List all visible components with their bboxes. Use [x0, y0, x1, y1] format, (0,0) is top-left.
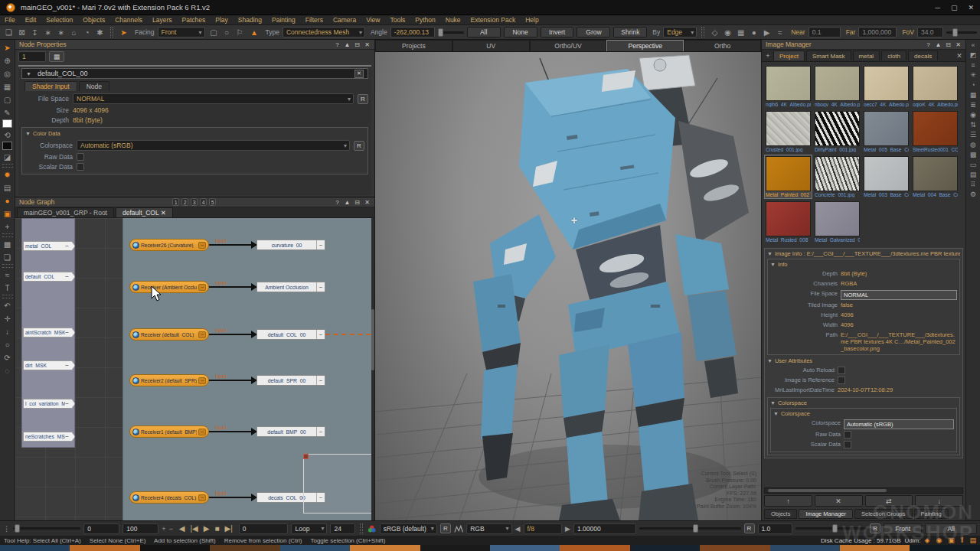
receiver-node[interactable]: Receiver (default_COL) −	[129, 328, 209, 341]
file-space-dropdown[interactable]: NORMAL	[73, 93, 354, 104]
image-thumbnail[interactable]: oecc7_4K_Albedo.png	[863, 65, 910, 108]
sync-status-icon[interactable]: ◉	[936, 536, 942, 544]
by-dropdown[interactable]: Edge	[663, 27, 697, 37]
close-button[interactable]: ✕	[968, 4, 974, 11]
graph-view-button[interactable]: 1	[172, 198, 179, 206]
port-collapse-chip[interactable]: −	[65, 433, 69, 440]
wireframe-cube-icon[interactable]: ◇	[709, 27, 720, 37]
mesh-select-icon[interactable]: ▲	[249, 27, 260, 37]
colorspace-value[interactable]	[844, 431, 851, 439]
transfer-icon[interactable]: ⇅	[970, 121, 976, 129]
panel-header-icon[interactable]: ⊟	[354, 41, 361, 48]
output-node[interactable]: Ambient Occlusion −	[256, 282, 325, 292]
pull-tool-icon[interactable]: ↓	[2, 325, 14, 337]
group-port-node[interactable]: default_COL −	[23, 272, 75, 282]
step-forward-button[interactable]: ▶|	[225, 524, 233, 533]
shaded-mode-icon[interactable]: ●	[748, 27, 760, 37]
menu-item[interactable]: Nuke	[446, 16, 461, 24]
python-console-icon[interactable]: ⚙	[970, 191, 976, 198]
selection-groups-icon[interactable]: ⠿	[971, 181, 976, 188]
panel-header-icon[interactable]: ⊟	[354, 199, 361, 206]
receiver-node[interactable]: Receiver2 (default_SPR) −	[129, 374, 209, 386]
menu-item[interactable]: Filters	[305, 16, 323, 24]
image-thumbnail[interactable]: Metal_Galvanized_00	[814, 201, 861, 243]
image-manager-header[interactable]: Image Manager ?▲⊟✕	[762, 40, 965, 50]
dock-tab[interactable]: Objects	[764, 509, 797, 519]
group-port-node[interactable]: l_col_variation_MSK −	[23, 399, 75, 409]
node-close-button[interactable]: ✕	[354, 70, 364, 78]
image-thumbnail[interactable]: Metal_003_Base_Col	[863, 155, 910, 198]
rect-select-icon[interactable]: ▢	[208, 27, 220, 37]
channels-list-icon[interactable]: ≣	[970, 101, 976, 109]
fps-field[interactable]: 24	[330, 523, 355, 534]
menu-item[interactable]: Python	[415, 16, 435, 24]
viewport-tab[interactable]: Projects	[375, 40, 452, 51]
warp-grid-tool-icon[interactable]: ▦	[2, 80, 14, 93]
gain-reset-button[interactable]: R	[870, 523, 880, 533]
node-properties-header[interactable]: Node Properties ?▲⊟✕	[15, 40, 374, 50]
palette-icon[interactable]: ◍	[970, 141, 976, 148]
step-back-button[interactable]: ◀	[179, 524, 185, 533]
swap-colors-icon[interactable]: ⟲	[2, 129, 14, 141]
lasso-select-icon[interactable]: ○	[221, 27, 233, 37]
add-tab-button[interactable]: +	[764, 52, 772, 60]
menu-item[interactable]: View	[366, 16, 380, 24]
graph-view-button[interactable]: 3	[191, 198, 198, 206]
fstop-increase-button[interactable]: ▶	[565, 525, 570, 533]
grip-handle[interactable]: ⋮	[3, 525, 10, 533]
selection-button[interactable]: All	[467, 27, 501, 37]
image-thumbnail[interactable]: DirtyPaint_001.jpg	[814, 110, 861, 153]
panel-header-icon[interactable]: ?	[925, 41, 932, 48]
info-section-header[interactable]: ▼ Info	[770, 260, 957, 269]
front-facing-button[interactable]: Front	[884, 523, 922, 534]
display-colorspace-dropdown[interactable]: sRGB (default)	[380, 523, 437, 534]
port-collapse-chip[interactable]: −	[65, 273, 69, 280]
graph-view-button[interactable]: 2	[181, 198, 188, 206]
go-start-button[interactable]: |◀	[190, 524, 198, 533]
panel-header-icon[interactable]: ✕	[364, 41, 371, 48]
eyedropper-tool-icon[interactable]: ✎	[2, 106, 14, 119]
remove-image-button[interactable]: ✕	[815, 495, 863, 507]
exposure-slider[interactable]	[639, 527, 740, 530]
selection-button[interactable]: Shrink	[613, 27, 647, 37]
play-button[interactable]: ▶	[204, 524, 210, 533]
import-archive-icon[interactable]: ↧	[29, 27, 41, 37]
gain-slider[interactable]	[795, 527, 867, 530]
zoom-out-keyframe-icon[interactable]: −	[168, 525, 172, 533]
clone-stamp-tool-icon[interactable]: ❏	[2, 251, 14, 263]
raw-data-checkbox[interactable]	[77, 153, 84, 161]
image-manager-icon[interactable]: ▦	[970, 91, 977, 99]
text-tool-icon[interactable]: T	[2, 282, 14, 294]
fstop-decrease-button[interactable]: ◀	[515, 525, 521, 533]
bookmark-icon[interactable]: ◩	[970, 51, 977, 59]
image-thumbnail[interactable]: nglh6_4K_Albedo.png	[765, 65, 812, 108]
fov-field[interactable]: 34.0	[917, 27, 943, 37]
menu-item[interactable]: Camera	[333, 16, 356, 24]
menu-item[interactable]: Selection	[46, 16, 73, 24]
objects-panel-icon[interactable]: ▤	[970, 171, 977, 178]
all-facing-button[interactable]: All	[925, 523, 977, 534]
brush-strokes-icon[interactable]: ≈	[774, 27, 786, 37]
fstop-field[interactable]: f/8	[524, 523, 563, 534]
shelf-icon[interactable]: ✳	[970, 71, 976, 79]
color-data-section-header[interactable]: ▼ Color Data	[25, 129, 364, 138]
gain-field[interactable]: 1.0	[758, 523, 792, 534]
current-frame-field[interactable]: 0	[239, 523, 289, 534]
panel-header-icon[interactable]: ?	[334, 41, 341, 48]
session-icon[interactable]: ◔	[81, 27, 93, 37]
image-thumbnail[interactable]: Metal_004_Base_Col	[912, 155, 959, 198]
navigation-pad-icon[interactable]: ▦	[735, 27, 746, 37]
attribute-value[interactable]	[838, 377, 845, 384]
selection-button[interactable]: Invert	[541, 27, 574, 37]
collapse-arrow-icon[interactable]: ▼	[26, 71, 31, 77]
marquee-select-tool-icon[interactable]: ▢	[2, 93, 14, 106]
attribute-value[interactable]	[838, 367, 845, 374]
node-collapse-chip[interactable]: −	[316, 330, 325, 339]
collapse-dock-icon[interactable]: «	[971, 41, 975, 49]
pin-properties-button[interactable]: ▦	[49, 51, 64, 62]
loop-mode-dropdown[interactable]: Loop	[291, 523, 327, 534]
stop-button[interactable]: ■	[214, 524, 219, 533]
colorspace-reset-button[interactable]: R	[440, 523, 451, 533]
undo-history-icon[interactable]: ↶	[2, 299, 14, 311]
polygon-select-icon[interactable]: ⚐	[234, 27, 246, 37]
